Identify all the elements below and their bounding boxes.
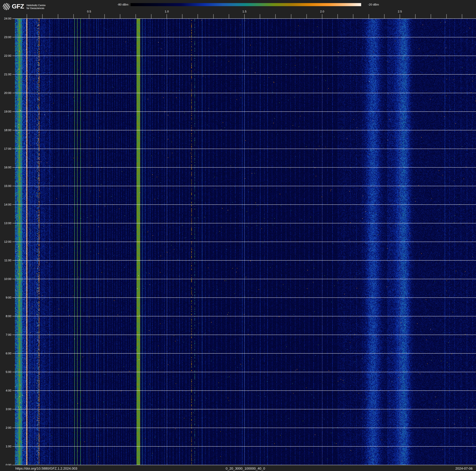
- time-label: 17:00: [0, 147, 11, 150]
- time-label: 14:00: [0, 203, 11, 206]
- x-tick-label: 2.5: [394, 10, 406, 13]
- x-tick: [446, 14, 447, 18]
- x-tick: [58, 14, 58, 18]
- gfz-globe-icon: [3, 3, 10, 10]
- hour-gridline: [12, 428, 476, 428]
- hour-gridline: [12, 297, 476, 298]
- hour-gridline: [12, 167, 476, 167]
- x-tick: [431, 14, 431, 18]
- doi-link[interactable]: https://doi.org/10.5880/GFZ.1.2.2024.003: [15, 467, 77, 471]
- x-tick: [275, 14, 276, 18]
- colorbar-max-label: -20 dBm: [368, 3, 379, 6]
- time-label: 7:00: [0, 333, 11, 336]
- x-tick: [213, 14, 214, 18]
- hour-gridline: [12, 409, 476, 409]
- time-label: 5:00: [0, 370, 11, 374]
- time-label: 8:00: [0, 315, 11, 318]
- hour-gridline: [12, 93, 476, 93]
- time-label: 4:00: [0, 389, 11, 392]
- x-tick-label: 2.0: [316, 10, 328, 13]
- x-tick: [120, 14, 120, 18]
- hour-gridline: [12, 186, 476, 186]
- gfz-org-line1: Helmholtz Centre: [27, 4, 46, 7]
- x-tick: [167, 14, 167, 18]
- time-label: 18:00: [0, 129, 11, 132]
- x-tick: [369, 14, 369, 18]
- time-label: 11:00: [0, 259, 11, 262]
- hour-gridline: [12, 74, 476, 74]
- gfz-logo-acronym: GFZ: [12, 3, 24, 10]
- hour-gridline: [12, 316, 476, 316]
- hour-gridline: [12, 37, 476, 37]
- time-label: 1:00: [0, 445, 11, 448]
- time-label: 13:00: [0, 222, 11, 225]
- x-tick: [136, 14, 136, 18]
- x-tick: [260, 14, 260, 18]
- hour-gridline: [12, 353, 476, 354]
- time-label: 20:00: [0, 91, 11, 94]
- x-tick: [306, 14, 307, 18]
- spectrogram-page: GFZ Helmholtz Centre for Geosciences -80…: [0, 0, 476, 471]
- time-label: 21:00: [0, 73, 11, 76]
- hour-gridline: [12, 372, 476, 372]
- x-tick: [182, 14, 182, 18]
- x-tick: [198, 14, 198, 18]
- hour-gridline: [12, 18, 476, 19]
- time-label: 6:00: [0, 352, 11, 355]
- x-tick: [462, 14, 462, 18]
- x-tick: [244, 14, 245, 18]
- time-label: 12:00: [0, 240, 11, 243]
- gfz-org-line2: for Geosciences: [27, 7, 46, 10]
- x-tick: [322, 14, 322, 18]
- time-label: 2:00: [0, 426, 11, 429]
- dataset-id: 0_20_3000_100000_40_0: [226, 467, 265, 471]
- time-label: 15:00: [0, 184, 11, 188]
- time-label: 22:00: [0, 54, 11, 57]
- hour-gridline: [12, 279, 476, 279]
- hour-gridline: [12, 335, 476, 335]
- hour-gridline: [12, 446, 476, 447]
- x-tick: [151, 14, 152, 18]
- hour-gridline: [12, 465, 476, 465]
- hour-gridline: [12, 149, 476, 149]
- hour-gridline: [12, 260, 476, 261]
- hour-gridline: [12, 242, 476, 242]
- x-tick: [291, 14, 291, 18]
- x-tick-label: 0.5: [83, 10, 95, 13]
- footer-bar: https://doi.org/10.5880/GFZ.1.2.2024.003…: [0, 466, 476, 471]
- hour-gridline: [12, 130, 476, 130]
- time-label: 23:00: [0, 36, 11, 39]
- colorbar: [131, 3, 361, 6]
- hour-gridline: [12, 204, 476, 205]
- time-label: 9:00: [0, 296, 11, 299]
- time-label: 16:00: [0, 166, 11, 169]
- gfz-logo-orgname: Helmholtz Centre for Geosciences: [27, 4, 46, 10]
- x-tick: [338, 14, 338, 18]
- x-tick-label: 1.5: [238, 10, 251, 13]
- x-tick: [415, 14, 415, 18]
- x-tick-label: 1.0: [161, 10, 173, 13]
- x-tick: [353, 14, 353, 18]
- time-label: 24:00: [0, 17, 11, 20]
- time-label: 10:00: [0, 277, 11, 281]
- colorbar-min-label: -80 dBm: [101, 3, 128, 6]
- x-tick: [42, 14, 43, 18]
- time-label: 3:00: [0, 408, 11, 411]
- hour-gridline: [12, 56, 476, 56]
- x-tick: [400, 14, 400, 18]
- time-label: 19:00: [0, 110, 11, 113]
- plot-date: 2024-07-06: [455, 467, 473, 471]
- x-tick: [27, 14, 27, 18]
- x-tick: [89, 14, 89, 18]
- x-tick: [104, 14, 105, 18]
- hour-gridline: [12, 390, 476, 391]
- x-tick: [73, 14, 74, 18]
- x-tick: [229, 14, 229, 18]
- x-tick: [384, 14, 385, 18]
- hour-gridline: [12, 111, 476, 112]
- hour-gridline: [12, 223, 476, 223]
